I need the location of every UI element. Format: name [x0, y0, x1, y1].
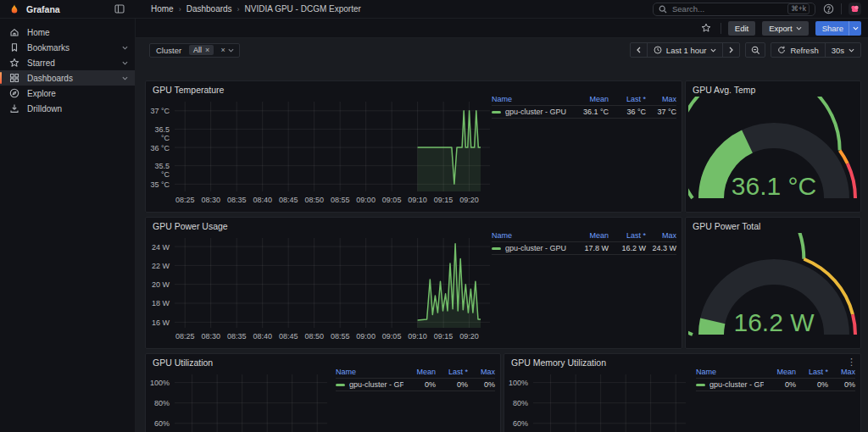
legend-header-max[interactable]: Max: [828, 368, 855, 376]
chart-legend: NameMeanLast *Maxgpu-cluster - GPU 00%0%…: [696, 366, 855, 391]
x-axis-tick-label: 09:10: [404, 196, 431, 204]
breadcrumb-home[interactable]: Home: [151, 4, 174, 14]
chevron-down-icon[interactable]: [228, 48, 234, 53]
legend-header-mean[interactable]: Mean: [568, 231, 609, 240]
x-axis-tick-label: 09:15: [430, 332, 457, 341]
y-axis-tick-label: 16 W: [146, 318, 170, 327]
sidebar-item-bookmarks[interactable]: Bookmarks: [0, 40, 135, 55]
y-axis-tick-label: 22 W: [146, 262, 170, 270]
panel-title[interactable]: GPU Avg. Temp: [693, 85, 755, 95]
sidebar-item-drilldown[interactable]: Drilldown: [0, 101, 135, 116]
x-axis-tick-label: 08:35: [223, 332, 250, 341]
legend-header-max[interactable]: Max: [646, 95, 676, 103]
time-shift-back-button[interactable]: [631, 43, 647, 57]
legend-value: 17.8 W: [568, 244, 609, 252]
refresh-interval-button[interactable]: 30s: [825, 43, 860, 57]
sidebar-toggle-icon[interactable]: [112, 2, 127, 17]
chevron-right-icon: [729, 47, 733, 53]
gauge-chart: 36.1 °C: [688, 97, 860, 208]
clear-filter-icon[interactable]: ×: [220, 46, 225, 54]
chevron-down-icon[interactable]: [122, 76, 128, 80]
time-shift-forward-button[interactable]: [722, 43, 739, 57]
y-axis-tick-label: 60%: [504, 419, 528, 428]
cluster-filter-label[interactable]: Cluster: [150, 44, 187, 57]
legend-header-name[interactable]: Name: [492, 231, 568, 240]
refresh-icon: [777, 46, 786, 54]
chart-legend: NameMeanLast *Maxgpu-cluster - GPU 00%0%…: [336, 366, 495, 391]
legend-series: gpu-cluster - GPU 0 (NVIDIA L4): [492, 244, 568, 252]
chevron-down-icon[interactable]: [122, 61, 128, 65]
breadcrumb-dashboards[interactable]: Dashboards: [186, 4, 232, 14]
chart-plot[interactable]: [533, 374, 686, 432]
divider: [841, 3, 842, 14]
chevron-down-icon: [853, 26, 859, 30]
share-button[interactable]: Share: [815, 21, 849, 36]
legend-header-last[interactable]: Last *: [609, 95, 646, 103]
legend-header-mean[interactable]: Mean: [403, 368, 436, 376]
legend-series: gpu-cluster - GPU 0 (NVIDIA L4): [492, 108, 568, 116]
search-input[interactable]: Search... ⌘+k: [653, 3, 815, 16]
legend-header-row: NameMeanLast *Max: [336, 366, 495, 379]
user-avatar[interactable]: [849, 3, 861, 15]
dashboards-icon: [9, 73, 19, 83]
share-button-group: Share: [815, 21, 861, 36]
panel-gpu-power-usage: GPU Power Usage 24 W22 W20 W18 W16 W08:2…: [145, 217, 682, 349]
chart-plot[interactable]: [175, 374, 327, 432]
x-axis-tick-label: 08:55: [326, 332, 353, 341]
x-axis-tick-label: 08:25: [171, 332, 198, 341]
cluster-filter-value-chip[interactable]: All ×: [189, 45, 214, 55]
sidebar-item-starred[interactable]: Starred: [0, 55, 135, 70]
gauge-visualization: 16.2 W: [688, 233, 860, 345]
time-range-button[interactable]: Last 1 hour: [647, 43, 723, 57]
legend-header-name[interactable]: Name: [492, 95, 568, 103]
x-axis-tick-label: 09:05: [378, 196, 405, 204]
legend-header-last[interactable]: Last *: [436, 368, 468, 376]
chart-plot[interactable]: [175, 238, 490, 328]
sidebar-navigation: HomeBookmarksStarredDashboardsExploreDri…: [0, 19, 136, 432]
favorite-star-icon[interactable]: [698, 20, 714, 36]
sidebar-item-label: Starred: [27, 58, 114, 68]
legend-header-last[interactable]: Last *: [796, 368, 828, 376]
panel-title[interactable]: GPU Power Total: [693, 221, 760, 231]
legend-header-mean[interactable]: Mean: [568, 95, 609, 103]
remove-filter-value-icon[interactable]: ×: [205, 46, 209, 54]
y-axis-tick-label: 80%: [146, 399, 170, 407]
legend-series-name[interactable]: gpu-cluster - GPU 0: [709, 380, 764, 389]
gauge-visualization: 36.1 °C: [688, 97, 860, 208]
grafana-logo-icon[interactable]: [8, 3, 20, 15]
legend-header-mean[interactable]: Mean: [764, 368, 796, 376]
legend-header-name[interactable]: Name: [696, 368, 764, 376]
y-axis-tick-label: 100%: [504, 379, 528, 387]
sidebar-item-home[interactable]: Home: [0, 25, 135, 40]
edit-button[interactable]: Edit: [728, 21, 755, 36]
chart-plot[interactable]: [175, 102, 490, 191]
export-button[interactable]: Export: [762, 21, 808, 36]
legend-header-max[interactable]: Max: [646, 231, 676, 240]
help-icon[interactable]: [822, 2, 834, 17]
legend-row: gpu-cluster - GPU 00%0%0%: [696, 379, 855, 391]
chart-legend: NameMeanLast *Maxgpu-cluster - GPU 0 (NV…: [492, 230, 676, 255]
export-button-label: Export: [769, 24, 792, 33]
legend-series-name[interactable]: gpu-cluster - GPU 0: [349, 380, 403, 389]
breadcrumb-separator: ›: [179, 5, 181, 14]
refresh-button[interactable]: Refresh: [771, 43, 824, 57]
breadcrumb-separator: ›: [237, 5, 240, 14]
legend-header-max[interactable]: Max: [468, 368, 495, 376]
legend-value: 0%: [468, 380, 495, 389]
chevron-down-icon[interactable]: [122, 46, 128, 50]
sidebar-item-explore[interactable]: Explore: [0, 86, 135, 101]
legend-series: gpu-cluster - GPU 0: [336, 380, 403, 389]
legend-header-last[interactable]: Last *: [609, 231, 646, 240]
x-axis-tick-label: 08:55: [326, 196, 353, 204]
bookmark-icon: [9, 42, 19, 53]
legend-header-name[interactable]: Name: [336, 368, 403, 376]
legend-series-name[interactable]: gpu-cluster - GPU 0 (NVIDIA L4): [505, 108, 568, 116]
legend-value: 0%: [828, 380, 855, 389]
legend-series-name[interactable]: gpu-cluster - GPU 0 (NVIDIA L4): [505, 244, 568, 252]
sidebar-item-label: Drilldown: [27, 104, 128, 114]
cluster-filter: Cluster All × ×: [149, 43, 240, 58]
zoom-out-time-button[interactable]: [745, 42, 765, 58]
share-menu-caret[interactable]: [849, 21, 861, 36]
breadcrumb: Home › Dashboards › NVIDIA GPU - DCGM Ex…: [136, 4, 653, 14]
sidebar-item-dashboards[interactable]: Dashboards: [0, 70, 135, 86]
